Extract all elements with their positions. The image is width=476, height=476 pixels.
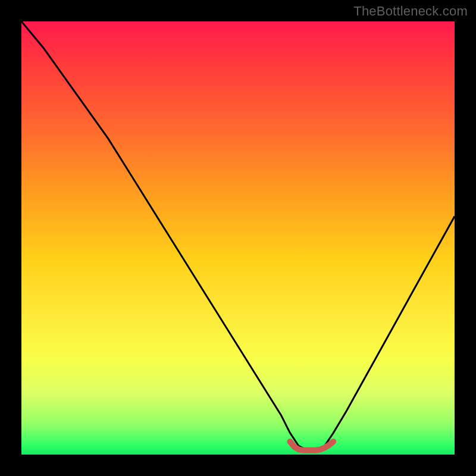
chart-frame: TheBottleneck.com xyxy=(0,0,476,476)
curve-layer xyxy=(21,21,455,455)
bottleneck-curve xyxy=(21,21,455,450)
watermark-text: TheBottleneck.com xyxy=(353,4,468,19)
plot-area xyxy=(21,21,455,455)
